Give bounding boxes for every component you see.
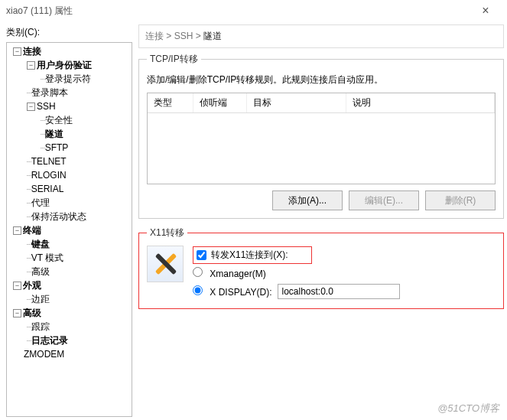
forward-x11-option[interactable]: 转发X11连接到(X): [193,246,312,264]
x11-icon [147,246,184,282]
tree-vtmode[interactable]: VT 模式 [31,252,63,265]
xmanager-radio[interactable] [193,267,203,277]
tcpip-desc: 添加/编辑/删除TCP/IP转移规则。此规则连接后自动应用。 [147,73,496,86]
xdisplay-label: X DISPLAY(D): [210,287,271,298]
tree-connection[interactable]: 连接 [23,45,41,58]
tree-keepalive[interactable]: 保持活动状态 [31,210,86,223]
right-pane: 连接 > SSH > 隧道 TCP/IP转移 添加/编辑/删除TCP/IP转移规… [132,24,504,417]
close-icon[interactable]: × [470,4,501,18]
expand-icon[interactable]: − [13,47,21,56]
xdisplay-radio[interactable] [193,285,203,295]
col-type[interactable]: 类型 [148,93,193,112]
tcpip-group: TCP/IP转移 添加/编辑/删除TCP/IP转移规则。此规则连接后自动应用。 … [138,53,504,219]
tree-login-prompt[interactable]: 登录提示符 [45,73,91,86]
expand-icon[interactable]: − [27,103,35,111]
forward-x11-checkbox[interactable] [197,250,206,260]
table-header: 类型 侦听端 目标 说明 [148,93,495,113]
breadcrumb-a: 连接 [145,31,164,41]
breadcrumb-b: SSH [174,31,193,41]
expand-icon[interactable]: − [27,61,35,70]
tree-security[interactable]: 安全性 [45,114,73,127]
window-title: xiao7 (111) 属性 [6,5,470,18]
tree-keyboard[interactable]: 键盘 [31,238,50,251]
add-button[interactable]: 添加(A)... [272,190,343,210]
col-target[interactable]: 目标 [247,93,346,112]
breadcrumb: 连接 > SSH > 隧道 [138,24,504,48]
xmanager-label: Xmanager(M) [210,269,265,279]
tree-tunnel[interactable]: 隧道 [45,128,63,141]
category-tree[interactable]: −连接 −用户身份验证 ┈登录提示符 ┈登录脚本 −SSH ┈安全性 [6,42,132,417]
tree-ssh[interactable]: SSH [37,101,56,112]
col-desc[interactable]: 说明 [346,93,495,112]
edit-button[interactable]: 编辑(E)... [349,190,419,210]
tree-zmodem[interactable]: ZMODEM [24,349,64,360]
tree-serial[interactable]: SERIAL [31,184,64,194]
tree-login-script[interactable]: 登录脚本 [31,86,68,99]
tree-term-advanced[interactable]: 高级 [31,265,50,278]
tree-telnet[interactable]: TELNET [31,156,67,167]
category-label: 类别(C): [6,26,132,39]
expand-icon[interactable]: − [13,282,21,290]
tree-sftp[interactable]: SFTP [45,142,69,153]
xdisplay-option[interactable]: X DISPLAY(D): [193,285,271,298]
tcpip-legend: TCP/IP转移 [147,53,201,66]
tree-margin[interactable]: 边距 [31,293,50,306]
xdisplay-input[interactable] [278,284,400,299]
titlebar: xiao7 (111) 属性 × [0,0,507,21]
tree-trace[interactable]: 跟踪 [31,321,50,334]
x11-legend: X11转移 [147,226,187,239]
tree-logging[interactable]: 日志记录 [31,334,68,347]
tree-appearance[interactable]: 外观 [23,279,41,292]
left-pane: 类别(C): −连接 −用户身份验证 ┈登录提示符 ┈登录脚本 −SSH [6,24,132,417]
col-listen[interactable]: 侦听端 [193,93,247,112]
forward-x11-label: 转发X11连接到(X): [211,249,288,262]
content: 类别(C): −连接 −用户身份验证 ┈登录提示符 ┈登录脚本 −SSH [0,21,507,420]
expand-icon[interactable]: − [13,226,21,235]
expand-icon[interactable]: − [13,309,21,317]
breadcrumb-c: 隧道 [203,31,222,41]
rules-table[interactable]: 类型 侦听端 目标 说明 [147,93,496,184]
tree-proxy[interactable]: 代理 [31,197,50,210]
tree-advanced[interactable]: 高级 [23,307,41,320]
tree-rlogin[interactable]: RLOGIN [31,170,67,181]
xmanager-option[interactable]: Xmanager(M) [193,267,266,279]
tree-auth[interactable]: 用户身份验证 [37,59,92,72]
x11-group: X11转移 转发X11连接到(X): Xmanager(M) [138,226,504,309]
delete-button[interactable]: 删除(R) [425,190,496,210]
tree-terminal[interactable]: 终端 [23,224,41,237]
